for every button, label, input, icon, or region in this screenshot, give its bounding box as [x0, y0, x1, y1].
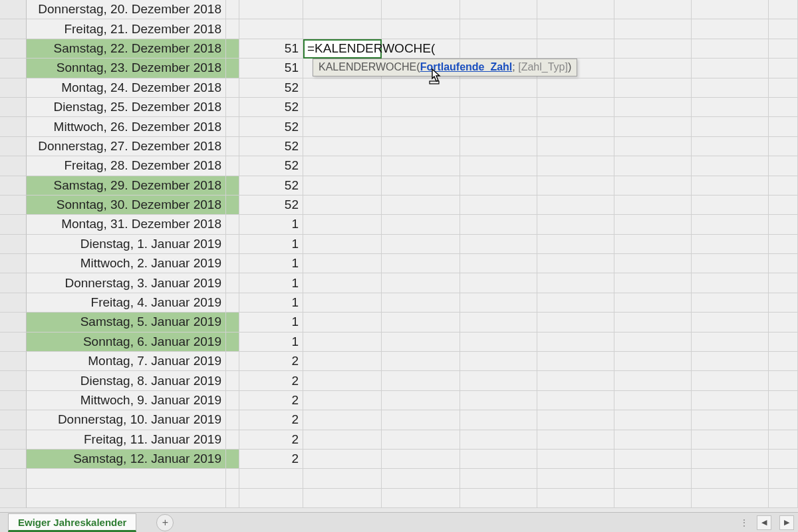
row-header[interactable]	[0, 98, 27, 117]
grid-cell[interactable]	[692, 254, 769, 273]
grid-cell[interactable]	[537, 469, 614, 488]
grid-cell[interactable]	[692, 196, 769, 215]
spacer-cell[interactable]	[226, 235, 239, 254]
grid-cell[interactable]	[769, 273, 798, 293]
grid-cell[interactable]	[692, 176, 769, 196]
grid-cell[interactable]	[769, 430, 798, 450]
grid-cell[interactable]	[382, 19, 460, 39]
date-cell[interactable]: Sonntag, 30. Dezember 2018	[27, 196, 226, 215]
grid-cell[interactable]	[614, 254, 692, 273]
row-header[interactable]	[0, 391, 27, 410]
grid-cell[interactable]	[614, 137, 692, 156]
grid-cell[interactable]	[303, 352, 382, 371]
grid-cell[interactable]	[692, 332, 769, 352]
spacer-cell[interactable]	[226, 430, 239, 450]
date-cell[interactable]: Freitag, 21. Dezember 2018	[27, 19, 226, 39]
grid-cell[interactable]	[537, 196, 614, 215]
date-cell[interactable]: Freitag, 4. Januar 2019	[27, 293, 226, 313]
grid-cell[interactable]	[382, 410, 460, 430]
spacer-cell[interactable]	[226, 469, 239, 488]
grid-cell[interactable]	[769, 410, 798, 430]
grid-cell[interactable]	[303, 391, 382, 410]
grid-cell[interactable]	[537, 254, 614, 273]
grid-cell[interactable]	[303, 137, 382, 156]
grid-cell[interactable]	[303, 371, 382, 390]
date-cell[interactable]: Montag, 7. Januar 2019	[27, 352, 226, 371]
grid-cell[interactable]	[303, 78, 382, 98]
grid-cell[interactable]	[382, 215, 460, 234]
grid-cell[interactable]	[303, 254, 382, 273]
grid-cell[interactable]	[614, 98, 692, 117]
grid-cell[interactable]	[382, 196, 460, 215]
grid-cell[interactable]	[460, 176, 537, 196]
grid-cell[interactable]	[692, 0, 769, 19]
grid-cell[interactable]	[537, 19, 614, 39]
grid-cell[interactable]	[460, 273, 537, 293]
grid-cell[interactable]	[769, 19, 798, 39]
grid-cell[interactable]	[537, 332, 614, 352]
grid-cell[interactable]	[769, 117, 798, 136]
grid-cell[interactable]	[692, 137, 769, 156]
grid-cell[interactable]	[692, 489, 769, 508]
spacer-cell[interactable]	[226, 196, 239, 215]
week-number-cell[interactable]: 52	[239, 117, 303, 136]
grid-cell[interactable]	[537, 313, 614, 332]
grid-cell[interactable]	[460, 352, 537, 371]
grid-cell[interactable]	[303, 235, 382, 254]
week-number-cell[interactable]: 1	[239, 313, 303, 332]
grid-cell[interactable]	[769, 156, 798, 176]
row-header[interactable]	[0, 430, 27, 450]
week-number-cell[interactable]: 51	[239, 59, 303, 78]
week-number-cell[interactable]	[239, 0, 303, 19]
date-cell[interactable]: Sonntag, 6. Januar 2019	[27, 332, 226, 352]
grid-cell[interactable]	[769, 98, 798, 117]
week-number-cell[interactable]: 52	[239, 78, 303, 98]
date-cell[interactable]: Samstag, 12. Januar 2019	[27, 450, 226, 469]
row-header[interactable]	[0, 59, 27, 78]
grid-cell[interactable]	[614, 39, 692, 59]
grid-cell[interactable]	[537, 391, 614, 410]
date-cell[interactable]: Mittwoch, 2. Januar 2019	[27, 254, 226, 273]
spacer-cell[interactable]	[226, 137, 239, 156]
week-number-cell[interactable]: 1	[239, 235, 303, 254]
week-number-cell[interactable]	[239, 19, 303, 39]
grid-cell[interactable]	[460, 215, 537, 234]
grid-cell[interactable]	[460, 450, 537, 469]
grid-cell[interactable]	[769, 0, 798, 19]
grid-cell[interactable]	[769, 78, 798, 98]
row-header[interactable]	[0, 410, 27, 430]
spacer-cell[interactable]	[226, 313, 239, 332]
date-cell[interactable]: Sonntag, 23. Dezember 2018	[27, 59, 226, 78]
grid-cell[interactable]	[692, 371, 769, 390]
date-cell[interactable]: Donnerstag, 10. Januar 2019	[27, 410, 226, 430]
grid-cell[interactable]	[614, 235, 692, 254]
grid-cell[interactable]	[460, 293, 537, 313]
grid-cell[interactable]	[614, 430, 692, 450]
date-cell[interactable]	[27, 489, 226, 508]
spacer-cell[interactable]	[226, 39, 239, 59]
grid-cell[interactable]	[537, 450, 614, 469]
grid-cell[interactable]	[692, 156, 769, 176]
grid-cell[interactable]	[460, 410, 537, 430]
week-number-cell[interactable]: 51	[239, 39, 303, 59]
grid-cell[interactable]	[303, 19, 382, 39]
date-cell[interactable]: Donnerstag, 3. Januar 2019	[27, 273, 226, 293]
date-cell[interactable]: Freitag, 11. Januar 2019	[27, 430, 226, 450]
date-cell[interactable]: Montag, 24. Dezember 2018	[27, 78, 226, 98]
grid-cell[interactable]	[614, 117, 692, 136]
grid-cell[interactable]	[382, 78, 460, 98]
grid-cell[interactable]	[460, 196, 537, 215]
spacer-cell[interactable]	[226, 98, 239, 117]
grid-cell[interactable]	[537, 78, 614, 98]
spacer-cell[interactable]	[226, 254, 239, 273]
grid-cell[interactable]	[303, 273, 382, 293]
spacer-cell[interactable]	[226, 0, 239, 19]
grid-cell[interactable]	[537, 293, 614, 313]
grid-cell[interactable]	[382, 273, 460, 293]
grid-cell[interactable]	[692, 410, 769, 430]
date-cell[interactable]	[27, 469, 226, 488]
date-cell[interactable]: Dienstag, 25. Dezember 2018	[27, 98, 226, 117]
grid-cell[interactable]	[769, 254, 798, 273]
grid-cell[interactable]	[769, 293, 798, 313]
grid-cell[interactable]	[614, 450, 692, 469]
